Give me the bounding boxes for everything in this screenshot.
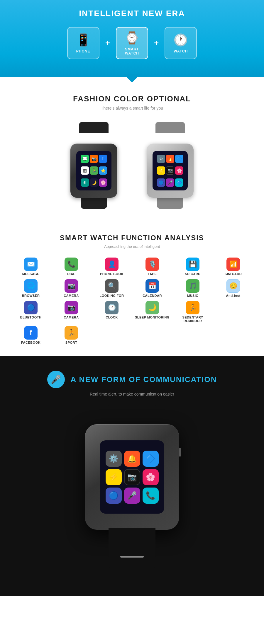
- comm-app-yellow: ⚡: [106, 469, 122, 485]
- app-instagram: 📷: [90, 155, 98, 163]
- functions-section: SMART WATCH FUNCTION ANALYSIS Approachin…: [0, 222, 264, 356]
- func-message: ✉️ MESSAGE: [12, 258, 50, 276]
- fashion-section: FASHION COLOR OPTIONAL There's always a …: [0, 77, 264, 222]
- app-pink: 🌸: [175, 166, 183, 175]
- bluetooth-label: BLUETOOTH: [20, 316, 42, 319]
- band-bottom-black: [81, 198, 107, 209]
- comm-watch-screen: ⚙️ 🔔 🔷 ⚡ 📷 🌸 🔵 🎤 📞: [100, 440, 164, 514]
- func-sleep: 🌙 SLEEP MONITORING: [133, 301, 171, 323]
- hero-plus-1: +: [105, 38, 110, 48]
- app-run: 🏃: [90, 166, 98, 175]
- browser-icon: 🌐: [24, 279, 38, 293]
- app-qr: ▦: [81, 166, 89, 175]
- func-phonebook: 👤 PHONE BOOK: [93, 258, 131, 276]
- app-bluetooth2: 🔵: [157, 178, 165, 187]
- phonebook-label: PHONE BOOK: [100, 272, 123, 276]
- lookingfor-icon: 🔍: [105, 279, 119, 293]
- func-lookingfor: 🔍 LOOKING FOR: [93, 279, 131, 297]
- tape-icon: 🎙️: [145, 258, 159, 271]
- smartwatch-label: SMARTWATCH: [125, 47, 139, 55]
- watch-visual-silver: ⚙ 🔥 🔷 ⭐ 📷 🌸 🔵 🎤 🔷: [141, 122, 199, 198]
- sleep-icon: 🌙: [145, 301, 159, 314]
- watch-screen-black: 💬 📷 f ▦ 🏃 ⭐ ❄ 🌙 🌸: [76, 151, 111, 190]
- music-icon: 🎵: [186, 279, 199, 293]
- func-facebook: f FACEBOOK: [12, 326, 50, 344]
- facebook-label: FACEBOOK: [21, 341, 40, 344]
- sedentary-icon: 🏃: [186, 301, 199, 314]
- watch-side-button: [179, 448, 181, 456]
- func-placeholder: [214, 301, 252, 323]
- app-moon: 🌙: [90, 178, 98, 187]
- app-bluetooth: 🔷: [175, 155, 183, 163]
- comm-app-cyan: 📞: [143, 488, 159, 504]
- phonebook-icon: 👤: [105, 258, 119, 271]
- smartwatch-icon: ⌚: [125, 31, 139, 45]
- hero-item-smartwatch: ⌚ SMARTWATCH: [116, 27, 148, 59]
- clock-label: CLOCK: [106, 316, 118, 319]
- message-icon: ✉️: [24, 258, 38, 271]
- dial-label: DIAL: [67, 272, 75, 276]
- fashion-subtitle: There's always a smart life for you: [12, 106, 252, 110]
- app-facebook: f: [99, 155, 107, 163]
- sdcard-label: SD CARD: [185, 272, 201, 276]
- sleep-label: SLEEP MONITORING: [135, 316, 170, 319]
- camera1-icon: 📷: [65, 279, 78, 293]
- comm-section: 🎤 A NEW FORM OF COMMUNICATION Real time …: [0, 356, 264, 596]
- func-bluetooth: 🔵 BLUETOOTH: [12, 301, 50, 323]
- comm-apps-grid: ⚙️ 🔔 🔷 ⚡ 📷 🌸 🔵 🎤 📞: [102, 447, 162, 507]
- sedentary-label: SEDENTARY REMINDER: [174, 316, 212, 323]
- func-simcard: 📶 SIM CARD: [214, 258, 252, 276]
- clock-icon: 🕐: [105, 301, 119, 314]
- lookingfor-label: LOOKING FOR: [99, 294, 124, 297]
- calendar-icon: 📅: [145, 279, 159, 293]
- func-calendar: 📅 CALENDAR: [133, 279, 171, 297]
- func-antilost: 😊 Anti-lost: [214, 279, 252, 297]
- facebook-icon: f: [24, 326, 38, 340]
- comm-app-blue: 🔷: [143, 451, 159, 467]
- hero-item-phone: 📱 PHONE: [67, 27, 99, 59]
- simcard-label: SIM CARD: [225, 272, 242, 276]
- fashion-title: FASHION COLOR OPTIONAL: [12, 94, 252, 103]
- comm-app-bluetooth: 🔵: [106, 488, 122, 504]
- watch-visual-black: 💬 📷 f ▦ 🏃 ⭐ ❄ 🌙 🌸: [65, 122, 123, 198]
- functions-title: SMART WATCH FUNCTION ANALYSIS: [12, 234, 252, 242]
- watches-row: 💬 📷 f ▦ 🏃 ⭐ ❄ 🌙 🌸 Black: [12, 122, 252, 210]
- func-dial: 📞 DIAL: [52, 258, 90, 276]
- func-clock: 🕐 CLOCK: [93, 301, 131, 323]
- comm-app-settings: ⚙️: [106, 451, 122, 467]
- watch-label: WATCH: [174, 49, 188, 53]
- comm-watch-container: ⚙️ 🔔 🔷 ⚡ 📷 🌸 🔵 🎤 📞: [59, 405, 205, 581]
- message-label: MESSAGE: [22, 272, 40, 276]
- app-camera: 📷: [166, 166, 174, 175]
- phone-icon: 📱: [76, 33, 91, 47]
- buckle: [120, 556, 144, 558]
- mic-icon: 🎤: [47, 371, 65, 388]
- band-bottom-silver: [157, 198, 183, 209]
- watch-screen-silver: ⚙ 🔥 🔷 ⭐ 📷 🌸 🔵 🎤 🔷: [153, 151, 188, 190]
- music-label: MUSIC: [187, 294, 198, 297]
- antilost-icon: 😊: [226, 279, 240, 293]
- app-cyan: 🔷: [175, 178, 183, 187]
- hero-arrow: [123, 74, 141, 83]
- comm-app-orange: 🔔: [124, 451, 140, 467]
- comm-band-bottom: [109, 528, 155, 572]
- comm-app-mic: 🎤: [124, 488, 140, 504]
- watch-silver: ⚙ 🔥 🔷 ⭐ 📷 🌸 🔵 🎤 🔷 Silver: [141, 122, 199, 210]
- comm-subtitle: Real time alert, to make communication e…: [12, 392, 252, 396]
- camera1-label: CAMERA: [64, 294, 79, 297]
- sdcard-icon: 💾: [186, 258, 199, 271]
- hero-section: INTELLIGENT NEW ERA 📱 PHONE + ⌚ SMARTWAT…: [0, 0, 264, 77]
- func-music: 🎵 MUSIC: [174, 279, 212, 297]
- comm-app-camera: 📷: [124, 469, 140, 485]
- comm-title: A NEW FORM OF COMMUNICATION: [71, 375, 217, 384]
- comm-header: 🎤 A NEW FORM OF COMMUNICATION: [12, 371, 252, 388]
- app-mic: 🎤: [166, 178, 174, 187]
- sport-icon: 🏃: [65, 326, 78, 340]
- app-purple: 🌸: [99, 178, 107, 187]
- band-top-silver: [155, 122, 185, 133]
- camera2-icon: 📷: [65, 301, 78, 314]
- dial-icon: 📞: [65, 258, 78, 271]
- functions-grid: ✉️ MESSAGE 📞 DIAL 👤 PHONE BOOK 🎙️ TAPE 💾…: [12, 258, 252, 344]
- watch-body-black: 💬 📷 f ▦ 🏃 ⭐ ❄ 🌙 🌸: [70, 144, 117, 198]
- phone-label: PHONE: [76, 49, 90, 53]
